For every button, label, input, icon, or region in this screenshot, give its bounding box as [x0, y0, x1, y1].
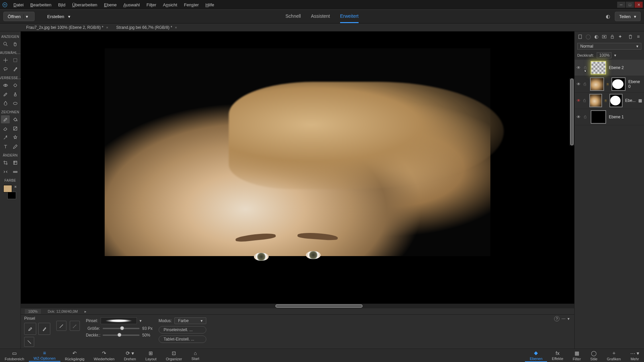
- window-maximize-button[interactable]: □: [626, 2, 634, 8]
- fx-badge-icon[interactable]: ▩: [638, 98, 642, 103]
- create-button[interactable]: Erstellen ▾: [43, 12, 75, 21]
- visibility-toggle-icon[interactable]: 👁: [577, 82, 581, 86]
- bottombar-layout[interactable]: ⊞Layout: [141, 349, 161, 362]
- content-aware-move-tool[interactable]: [1, 168, 10, 176]
- theme-toggle-icon[interactable]: ◐: [606, 13, 610, 19]
- chevron-down-icon[interactable]: ▾: [140, 318, 142, 323]
- mode-tab-schnell[interactable]: Schnell: [285, 10, 301, 23]
- canvas-view[interactable]: [21, 32, 574, 304]
- pencil-tool[interactable]: [11, 142, 19, 150]
- mode-tab-assistent[interactable]: Assistent: [311, 10, 330, 23]
- brush-variant-3[interactable]: [24, 337, 34, 347]
- recompose-tool[interactable]: [11, 159, 19, 167]
- zoom-tool[interactable]: [1, 40, 10, 48]
- layer-thumbnail[interactable]: [590, 77, 604, 91]
- bottombar-drehen[interactable]: ⟳ ▾Drehen: [119, 349, 141, 362]
- visibility-toggle-icon[interactable]: 👁: [577, 65, 581, 70]
- layer-row[interactable]: 👁 ⎙ ⎘ Ebene 0: [575, 76, 644, 93]
- lock-toggle-icon[interactable]: ⎙: [584, 115, 588, 119]
- zoom-readout[interactable]: 100%: [25, 309, 41, 314]
- foreground-color-swatch[interactable]: [3, 185, 12, 192]
- open-button[interactable]: Öffnen ▾: [3, 12, 35, 21]
- straighten-tool[interactable]: [11, 168, 19, 176]
- background-color-swatch[interactable]: [7, 192, 16, 199]
- add-mask-icon[interactable]: [601, 34, 607, 40]
- lock-toggle-icon[interactable]: ⎙: [584, 82, 587, 86]
- smart-brush-tool[interactable]: [1, 90, 10, 98]
- brush-opacity-value[interactable]: 50%: [142, 333, 150, 338]
- layer-thumbnail[interactable]: [591, 110, 606, 124]
- clone-stamp-tool[interactable]: [11, 90, 19, 98]
- layer-mask-thumbnail[interactable]: [611, 77, 626, 91]
- menu-ansicht[interactable]: Ansicht: [160, 2, 181, 7]
- layer-row[interactable]: 👁 ⎙ Ebene 1: [575, 109, 644, 125]
- brush-variant-1[interactable]: [24, 323, 36, 335]
- spot-heal-tool[interactable]: [11, 81, 19, 89]
- layer-mask-thumbnail[interactable]: [609, 94, 622, 107]
- blur-tool[interactable]: [1, 99, 10, 107]
- bottombar-wz-optionen[interactable]: ≡WZ-Optionen: [29, 349, 60, 362]
- visibility-toggle-icon[interactable]: 👁: [577, 98, 581, 103]
- shape-tool[interactable]: [11, 133, 19, 141]
- mask-link-icon[interactable]: ⎘: [607, 82, 609, 86]
- bottombar-filter[interactable]: ▦Filter: [568, 349, 585, 362]
- new-layer-icon[interactable]: [577, 34, 583, 40]
- menu-datei[interactable]: Datei: [10, 2, 27, 7]
- layer-opacity-value[interactable]: 100%: [597, 52, 611, 58]
- chevron-down-icon[interactable]: ▾: [614, 53, 616, 58]
- bottombar-ebenen[interactable]: ◆Ebenen: [525, 349, 547, 362]
- lock-toggle-icon[interactable]: ⎙: [584, 65, 588, 70]
- close-tab-icon[interactable]: ×: [106, 25, 108, 29]
- menu-ebene[interactable]: Ebene: [101, 2, 120, 7]
- type-tool[interactable]: [1, 142, 10, 150]
- gradient-tool[interactable]: [11, 124, 19, 132]
- layer-name[interactable]: Ebe...: [625, 98, 636, 103]
- blend-mode-select[interactable]: Farbe ▾: [174, 317, 206, 324]
- mode-tab-erweitert[interactable]: Erweitert: [340, 10, 359, 23]
- status-more-icon[interactable]: ▸: [85, 309, 87, 314]
- color-swatches[interactable]: ⤭: [3, 185, 17, 199]
- marquee-tool[interactable]: [11, 56, 19, 64]
- lock-layer-icon[interactable]: [609, 34, 615, 40]
- visibility-toggle-icon[interactable]: 👁: [577, 115, 581, 119]
- panel-menu-icon[interactable]: ⋯: [561, 316, 566, 321]
- quick-select-tool[interactable]: [11, 65, 19, 73]
- bottombar-grafiken[interactable]: ＋Grafiken: [602, 349, 626, 362]
- brush-size-value[interactable]: 93 Px: [142, 326, 153, 331]
- open-split-dropdown-icon[interactable]: ▾: [23, 14, 30, 19]
- fx-icon[interactable]: ✦: [617, 34, 623, 40]
- document-tab[interactable]: Frau7_2x.jpg bei 100% (Ebene 2, RGB/8) *…: [23, 24, 111, 31]
- brush-preset-preview[interactable]: [101, 317, 137, 324]
- horizontal-scrollbar[interactable]: [21, 304, 574, 308]
- mask-link-icon[interactable]: ⎘: [605, 99, 607, 103]
- delete-layer-icon[interactable]: [627, 34, 633, 40]
- panel-menu-icon[interactable]: ≡: [635, 34, 641, 40]
- swap-colors-icon[interactable]: ⤭: [14, 185, 17, 188]
- bottombar-organizer[interactable]: ⊡Organizer: [161, 349, 186, 362]
- sponge-tool[interactable]: [11, 99, 19, 107]
- lock-toggle-icon[interactable]: ⎙: [583, 98, 587, 103]
- menu-überarbeiten[interactable]: Überarbeiten: [69, 2, 101, 7]
- menu-auswahl[interactable]: Auswahl: [120, 2, 143, 7]
- layer-name[interactable]: Ebene 0: [628, 79, 642, 89]
- new-group-icon[interactable]: ◯: [585, 34, 591, 40]
- bottombar-mehr[interactable]: ⋯ ▾Mehr: [626, 349, 644, 362]
- brush-settings-button[interactable]: Pinseleinstell. ...: [159, 326, 207, 334]
- menu-fenster[interactable]: Fenster: [180, 2, 202, 7]
- brush-subtype-1[interactable]: [56, 321, 66, 331]
- window-minimize-button[interactable]: ─: [617, 2, 625, 8]
- redeye-tool[interactable]: [1, 81, 10, 89]
- bottombar-rückgängig[interactable]: ↶Rückgängig: [60, 349, 89, 362]
- layer-name[interactable]: Ebene 2: [609, 65, 624, 70]
- tablet-settings-button[interactable]: Tablet-Einstell. ...: [159, 336, 207, 343]
- menu-bild[interactable]: Bild: [55, 2, 69, 7]
- eyedropper-tool[interactable]: [1, 133, 10, 141]
- menu-filter[interactable]: Filter: [143, 2, 160, 7]
- brush-tool[interactable]: [1, 115, 10, 123]
- brush-size-slider[interactable]: [103, 328, 140, 329]
- share-button[interactable]: Teilen ▾: [615, 12, 641, 21]
- layer-thumbnail[interactable]: [589, 94, 602, 107]
- close-tab-icon[interactable]: ×: [175, 25, 177, 29]
- brush-variant-2[interactable]: [38, 323, 50, 335]
- crop-tool[interactable]: [1, 159, 10, 167]
